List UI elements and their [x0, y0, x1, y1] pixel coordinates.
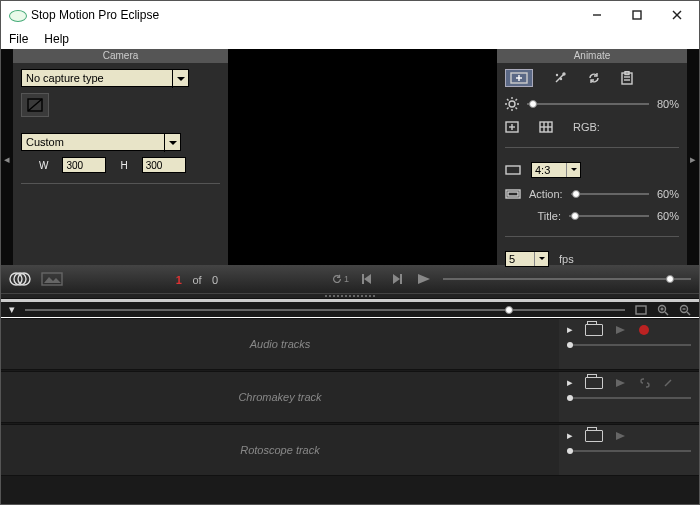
audio-track-pane: ▸	[559, 319, 699, 369]
chevron-down-icon	[164, 134, 180, 152]
svg-line-5	[28, 99, 42, 111]
zoom-slider[interactable]	[25, 309, 625, 311]
aspect-value: 4:3	[535, 164, 550, 176]
expand-button[interactable]: ▸	[567, 429, 573, 442]
svg-rect-39	[42, 273, 62, 285]
record-button[interactable]	[639, 325, 649, 335]
app-icon	[9, 10, 25, 20]
track-slider[interactable]	[567, 450, 691, 452]
action-value: 60%	[657, 188, 679, 200]
collapse-left-button[interactable]: ◂	[1, 139, 13, 179]
exposure-button[interactable]	[21, 93, 49, 117]
collapse-tracks-button[interactable]: ▾	[9, 303, 15, 316]
play-button[interactable]	[415, 271, 433, 287]
height-input[interactable]	[142, 157, 186, 173]
titlebar: Stop Motion Pro Eclipse	[1, 1, 699, 29]
safe-area-icon	[505, 189, 521, 199]
next-frame-button[interactable]	[387, 271, 405, 287]
svg-line-48	[687, 312, 690, 315]
chromakey-track: Chromakey track ▸	[1, 371, 699, 423]
svg-rect-41	[400, 274, 402, 284]
aspect-icon	[505, 165, 521, 175]
landscape-icon[interactable]	[41, 272, 63, 286]
track-label: Rotoscope track	[1, 425, 559, 475]
width-input[interactable]	[62, 157, 106, 173]
fps-combo[interactable]: 5	[505, 251, 549, 267]
capture-type-value: No capture type	[26, 72, 104, 84]
svg-point-12	[561, 79, 562, 80]
prev-frame-button[interactable]	[359, 271, 377, 287]
track-slider[interactable]	[567, 397, 691, 399]
wand-icon[interactable]	[553, 71, 567, 85]
menubar: File Help	[1, 29, 699, 49]
animate-panel: Animate 80% RGB: 4:3	[497, 49, 687, 265]
zoom-in-icon[interactable]	[657, 304, 669, 316]
link-icon[interactable]	[639, 378, 651, 388]
minimize-button[interactable]	[577, 2, 617, 28]
window-title: Stop Motion Pro Eclipse	[31, 8, 577, 22]
chevron-down-icon	[172, 70, 188, 88]
title-value: 60%	[657, 210, 679, 222]
menu-help[interactable]: Help	[40, 30, 73, 48]
current-frame: 1	[176, 274, 182, 286]
expand-button[interactable]: ▸	[567, 323, 573, 336]
svg-rect-40	[362, 274, 364, 284]
expand-button[interactable]: ▸	[567, 376, 573, 389]
play-track-icon[interactable]	[615, 431, 627, 441]
camera-panel: Camera No capture type Custom W H	[13, 49, 228, 265]
capture-type-combo[interactable]: No capture type	[21, 69, 189, 87]
fps-value: 5	[509, 253, 515, 265]
svg-point-17	[509, 101, 515, 107]
svg-line-50	[665, 380, 671, 386]
height-label: H	[120, 160, 127, 171]
opacity-slider[interactable]	[527, 103, 649, 105]
grid-icon[interactable]	[539, 121, 553, 133]
loop-button[interactable]: 1	[331, 271, 349, 287]
edit-icon[interactable]	[663, 378, 673, 388]
divider	[505, 147, 679, 148]
svg-rect-1	[633, 11, 641, 19]
clipboard-icon[interactable]	[621, 71, 633, 85]
onion-skin-icon[interactable]	[9, 271, 31, 287]
svg-point-11	[557, 75, 558, 76]
maximize-button[interactable]	[617, 2, 657, 28]
frame-counter: 1 of 0	[73, 270, 321, 288]
opacity-value: 80%	[657, 98, 679, 110]
svg-rect-35	[508, 192, 518, 196]
scrub-slider[interactable]	[443, 278, 691, 280]
workspace: ◂ Camera No capture type Custom W H	[1, 49, 699, 265]
preset-combo[interactable]: Custom	[21, 133, 181, 151]
audio-track: Audio tracks ▸	[1, 318, 699, 370]
track-slider[interactable]	[567, 344, 691, 346]
svg-line-44	[665, 312, 668, 315]
add-frame-button[interactable]	[505, 69, 533, 87]
svg-rect-33	[506, 166, 520, 174]
divider	[21, 183, 220, 184]
aspect-combo[interactable]: 4:3	[531, 162, 581, 178]
play-track-icon[interactable]	[615, 325, 627, 335]
collapse-right-button[interactable]: ▸	[687, 139, 699, 179]
folder-icon[interactable]	[585, 324, 603, 336]
divider	[505, 236, 679, 237]
folder-icon[interactable]	[585, 430, 603, 442]
action-slider[interactable]	[571, 193, 649, 195]
play-track-icon[interactable]	[615, 378, 627, 388]
camera-header: Camera	[13, 49, 228, 63]
title-slider[interactable]	[569, 215, 649, 217]
track-label: Chromakey track	[1, 372, 559, 422]
brightness-icon	[505, 97, 519, 111]
folder-icon[interactable]	[585, 377, 603, 389]
menu-file[interactable]: File	[5, 30, 32, 48]
refresh-icon[interactable]	[587, 71, 601, 85]
animate-header: Animate	[497, 49, 687, 63]
svg-line-24	[516, 99, 518, 101]
add-guide-button[interactable]	[505, 121, 519, 133]
close-button[interactable]	[657, 2, 697, 28]
preset-value: Custom	[26, 136, 64, 148]
rgb-label: RGB:	[573, 121, 600, 133]
total-frames: 0	[212, 274, 218, 286]
width-label: W	[39, 160, 48, 171]
zoom-out-icon[interactable]	[679, 304, 691, 316]
fit-icon[interactable]	[635, 305, 647, 315]
title-label: Title:	[529, 210, 561, 222]
